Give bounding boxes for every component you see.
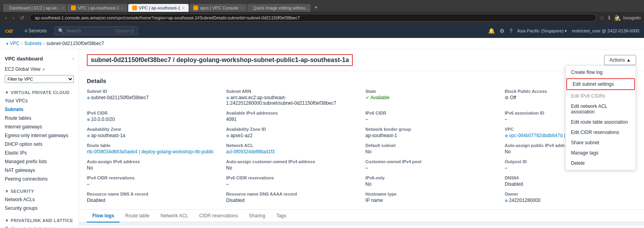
sidebar-section-title-privatelink: ▼ PrivateLink and Lattice (0, 216, 79, 224)
detail-state: State ✓ Available (365, 89, 497, 106)
sidebar-item-networkacls[interactable]: Network ACLs (0, 195, 79, 204)
dropdown-item-edit-subnet-settings[interactable]: Edit subnet settings (566, 78, 635, 90)
user-info[interactable]: restricted_user @ 2422-0138-0000 (572, 28, 639, 33)
forward-button[interactable]: › (11, 14, 17, 22)
breadcrumb-subnets[interactable]: Subnets (24, 41, 42, 46)
detail-subnet-id: Subnet ID ⊕ subnet-0d21150f0ef38bec7 (87, 89, 218, 106)
sidebar-item-prefixlists[interactable]: Managed prefix lists (0, 157, 79, 166)
copy-icon-subnet-id[interactable]: ⊕ (87, 96, 91, 100)
dropdown-item-edit-route-table[interactable]: Edit route table association (565, 117, 636, 127)
detail-dns64: DNS64 Disabled (505, 175, 636, 187)
detail-hostname-type: Hostname type IP name (365, 192, 497, 203)
sidebar-item-yourvpcs[interactable]: Your VPCs (0, 96, 79, 105)
incognito-label: Incognito (623, 15, 641, 20)
aws-logo[interactable] (5, 27, 17, 34)
sidebar-title: VPC dashboard ‹ (0, 53, 79, 65)
favicon-2 (71, 6, 76, 10)
dropdown-item-delete[interactable]: Delete (565, 158, 636, 168)
browser-tab-1[interactable]: Dashboard | EC2 | ap-se... × (3, 4, 66, 12)
bookmark-icon[interactable]: ☆ (599, 15, 605, 21)
copy-icon-az[interactable]: ⊕ (87, 134, 91, 138)
copy-icon-subnet-arn[interactable]: ⊕ (226, 96, 230, 100)
detail-ipv6-cidr-reservations: IPv6 CIDR reservations – (226, 175, 358, 187)
sidebar-item-natgateways[interactable]: NAT gateways (0, 166, 79, 175)
tab-1-title: Dashboard | EC2 | ap-se... (9, 6, 60, 10)
filter-vpc-select[interactable]: Filter by VPC (5, 75, 74, 83)
sidebar-item-subnets[interactable]: Subnets (0, 105, 79, 114)
browser-address-bar: ‹ › ↺ ap-southeast-1.console.aws.amazon.… (0, 12, 644, 24)
sidebar-collapse-button[interactable]: ‹ (73, 57, 74, 61)
detail-value-ipv4-cidr: ⊕ 10.0.0.0/20 (87, 117, 218, 122)
dropdown-item-share-subnet[interactable]: Share subnet (565, 138, 636, 148)
refresh-button[interactable]: ↺ (18, 14, 26, 22)
tab-cidr-reservations[interactable]: CIDR reservations (194, 210, 243, 222)
detail-value-available-ipv4: 4091 (226, 117, 358, 122)
region-selector[interactable]: Asia Pacific (Singapore) ▾ (517, 28, 567, 34)
detail-value-network-acl[interactable]: acl-0f09324def88ad1f3 (226, 149, 358, 155)
dropdown-item-create-flow-log[interactable]: Create flow log (565, 67, 636, 77)
browser-tab-3[interactable]: VPC | ap-southeast-1 × (128, 4, 189, 12)
top-search-bar[interactable]: 🔍 [Option+S] (54, 26, 138, 35)
tab-4-title: vpcs | VPC Console (200, 6, 239, 10)
sidebar-section-title-vpc: ▼ Virtual private cloud (0, 88, 79, 96)
actions-dropdown: Actions ▲ Create flow log Edit subnet se… (604, 55, 636, 65)
aws-topnav: ≡ Services 🔍 [Option+S] 🔔 ⚙ ? Asia Pacif… (0, 24, 644, 38)
breadcrumb-sep-1: › (21, 41, 23, 46)
sidebar-item-routetables[interactable]: Route tables (0, 114, 79, 122)
tab-3-close[interactable]: × (182, 6, 185, 10)
tab-route-table[interactable]: Route table (120, 210, 155, 222)
actions-button[interactable]: Actions ▲ (604, 55, 636, 65)
detail-customer-ipv4-pool: Customer-owned IPv4 pool – (365, 159, 497, 171)
tab-tags[interactable]: Tags (271, 210, 292, 222)
sidebar-item-elasticips[interactable]: Elastic IPs (0, 149, 79, 157)
nav-buttons: ‹ › ↺ (3, 14, 26, 22)
address-bar[interactable]: ap-southeast-1.console.aws.amazon.com/vp… (30, 14, 596, 22)
copy-icon-owner[interactable]: ⊕ (505, 198, 509, 203)
sidebar-item-dhcp[interactable]: DHCP option sets (0, 140, 79, 149)
sidebar-item-securitygroups[interactable]: Security groups (0, 204, 79, 213)
dropdown-item-edit-network-acl[interactable]: Edit network ACL association (565, 101, 636, 117)
tab-network-acl[interactable]: Network ACL (155, 210, 194, 222)
dropdown-item-edit-cidr[interactable]: Edit CIDR reservations (565, 127, 636, 138)
sidebar-item-ec2globalview[interactable]: EC2 Global View ↗ (0, 65, 79, 73)
detail-label-auto-customer-ipv4: Auto-assign customer-owned IPv4 address (226, 159, 358, 164)
copy-icon-ipv4[interactable]: ⊕ (87, 117, 91, 122)
settings-icon[interactable]: ⚙ (500, 28, 505, 34)
tab-2-close[interactable]: × (121, 6, 124, 10)
sidebar-item-gettingstarted[interactable]: Getting started Updated (0, 224, 79, 228)
detail-auto-customer-ipv4: Auto-assign customer-owned IPv4 address … (226, 159, 358, 171)
tab-flow-logs[interactable]: Flow logs (87, 210, 120, 222)
detail-value-auto-ipv6: No (87, 165, 218, 171)
services-button[interactable]: ≡ Services (21, 26, 50, 35)
detail-label-resource-dns-aaaa: Resource name DNS AAAA record (226, 192, 358, 196)
browser-tab-5[interactable]: Quick image editing withou... × (247, 4, 311, 12)
tab-3-title: VPC | ap-southeast-1 (139, 6, 180, 10)
download-icon[interactable]: ⬇ (607, 15, 612, 21)
detail-value-hostname-type: IP name (365, 198, 497, 203)
detail-value-customer-ipv4-pool: – (365, 165, 497, 171)
tab-1-close[interactable]: × (62, 6, 65, 10)
support-icon[interactable]: ? (509, 28, 513, 34)
notification-icon[interactable]: 🔔 (488, 28, 495, 34)
back-button[interactable]: ‹ (3, 14, 9, 22)
detail-value-route-table[interactable]: rtb-0f38034d683a5aeb4 | deploy-golang-wo… (87, 149, 218, 155)
tab-sharing[interactable]: Sharing (243, 210, 271, 222)
copy-icon-azid[interactable]: ⊕ (226, 134, 230, 138)
detail-label-route-table: Route table (87, 143, 218, 148)
main-content: subnet-0d21150f0ef38bec7 / deploy-golang… (79, 49, 644, 228)
detail-owner: Owner ⊕ 242201280000 (505, 192, 636, 203)
new-tab-button[interactable]: + (311, 2, 321, 12)
browser-tab-2[interactable]: VPC | ap-southeast-1 × (67, 4, 127, 12)
search-input[interactable] (66, 28, 113, 34)
copy-icon-vpc[interactable]: ⊕ (505, 134, 509, 138)
detail-label-ipv4-cidr: IPv4 CIDR (87, 111, 218, 115)
tab-4-close[interactable]: × (240, 6, 243, 10)
dropdown-item-manage-tags[interactable]: Manage tags (565, 148, 636, 158)
sidebar-item-internetgateways[interactable]: Internet gateways (0, 122, 79, 131)
main-layout: VPC dashboard ‹ EC2 Global View ↗ Filter… (0, 49, 644, 228)
detail-value-state: ✓ Available (365, 95, 497, 100)
sidebar-item-peering[interactable]: Peering connections (0, 175, 79, 183)
breadcrumb-vpc[interactable]: VPC (10, 41, 20, 46)
browser-tab-4[interactable]: vpcs | VPC Console × (189, 4, 247, 12)
sidebar-item-egressgateways[interactable]: Egress-only internet gateways (0, 131, 79, 140)
